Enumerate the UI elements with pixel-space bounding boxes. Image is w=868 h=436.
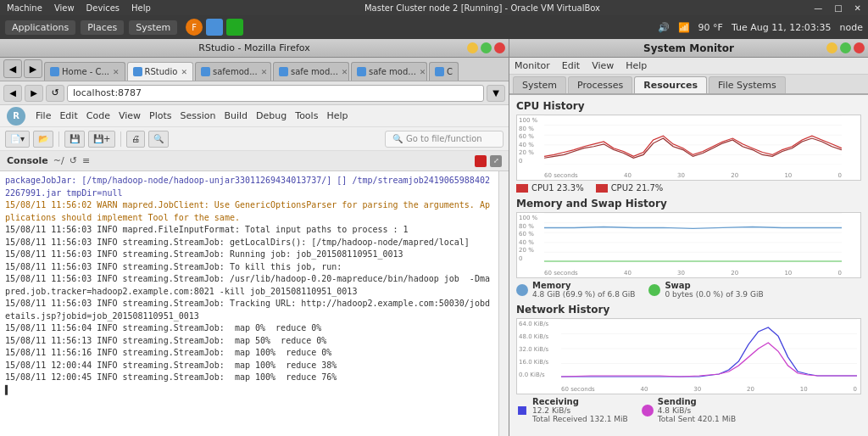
vbox-menubar: Machine View Devices Help Master Cluster…: [0, 0, 868, 15]
console-line: 15/08/11 11:56:03 INFO mapred.FileInputF…: [5, 224, 493, 237]
rstudio-tab-close[interactable]: ✕: [181, 68, 187, 76]
go-to-function[interactable]: 🔍 Go to file/function: [385, 131, 504, 148]
stop-btn[interactable]: [475, 155, 487, 167]
open-file-btn[interactable]: 📂: [33, 131, 53, 148]
rs-session-menu[interactable]: Session: [176, 110, 219, 121]
sysmon-tabs: System Processes Resources File Systems: [509, 75, 868, 95]
rs-tools-menu[interactable]: Tools: [292, 110, 321, 121]
rs-view-menu[interactable]: View: [115, 110, 144, 121]
rs-help-menu[interactable]: Help: [323, 110, 351, 121]
firefox-tabs: ◀ ▶ Home - C... ✕ RStudio ✕ safemod.: [0, 58, 509, 81]
nav-dropdown[interactable]: ▼: [487, 85, 505, 102]
tab-resources[interactable]: Resources: [634, 76, 707, 93]
cpu-chart-svg: [544, 115, 842, 165]
url-bar[interactable]: localhost:8787: [67, 85, 484, 102]
tab-safemod2[interactable]: safe mod... ✕: [273, 62, 349, 81]
memory-dot: [516, 284, 528, 296]
safemod2-tab-close[interactable]: ✕: [342, 68, 348, 76]
nav-back[interactable]: ◀: [3, 85, 22, 102]
rs-build-menu[interactable]: Build: [220, 110, 251, 121]
applications-btn[interactable]: Applications: [5, 20, 75, 35]
network-icon: 📶: [678, 22, 690, 33]
console-line: 15/08/11 11:56:13 INFO streaming.StreamJ…: [5, 335, 493, 348]
receiving-legend: Receiving 12.2 KiB/s Total Received 132.…: [516, 397, 628, 423]
memory-legend: Memory 4.8 GiB (69.9 %) of 6.8 GiB Swap …: [516, 281, 861, 299]
appicon-3[interactable]: [226, 19, 243, 36]
sysmon-titlebar: System Monitor: [509, 39, 868, 58]
ff-minimize[interactable]: [467, 42, 478, 53]
system-btn[interactable]: System: [129, 20, 177, 35]
swap-legend-item: Swap 0 bytes (0.0 %) of 3.9 GiB: [648, 281, 763, 299]
console-line: 15/08/11 12:00:45 INFO streaming.StreamJ…: [5, 372, 493, 384]
tab-system[interactable]: System: [513, 76, 566, 93]
firefox-taskbar-icon[interactable]: F: [186, 19, 203, 36]
toolbar-sep2: [120, 131, 121, 147]
memory-chart-svg: [544, 213, 842, 262]
appicon-2[interactable]: [206, 19, 223, 36]
tab-rstudio[interactable]: RStudio ✕: [127, 62, 193, 81]
cpu2-legend: CPU2 21.7%: [596, 183, 664, 193]
tab-processes[interactable]: Processes: [568, 76, 632, 93]
console-nav-btn[interactable]: ≡: [82, 155, 90, 166]
tab-c[interactable]: C: [429, 62, 459, 81]
back-btn[interactable]: ◀: [3, 59, 22, 78]
sm-view-menu[interactable]: View: [592, 60, 614, 71]
home-tab-icon: [50, 67, 59, 76]
forward-btn[interactable]: ▶: [24, 59, 42, 78]
rstudio-menubar: R File Edit Code View Plots Session Buil…: [0, 105, 509, 127]
expand-console-btn[interactable]: ⤢: [490, 155, 502, 167]
network-chart: 64.0 KiB/s48.0 KiB/s32.0 KiB/s16.0 KiB/s…: [516, 318, 861, 394]
console-line: 15/08/11 11:56:03 INFO streaming.StreamJ…: [5, 261, 493, 274]
nav-forward[interactable]: ▶: [25, 85, 43, 102]
save-btn[interactable]: 💾: [64, 131, 85, 148]
safemod2-tab-icon: [279, 67, 288, 76]
save-all-btn[interactable]: 💾+: [88, 131, 115, 148]
view-menu-item[interactable]: View: [54, 3, 75, 13]
home-tab-close[interactable]: ✕: [113, 68, 120, 76]
sm-monitor-menu[interactable]: Monitor: [515, 60, 550, 71]
sm-edit-menu[interactable]: Edit: [562, 60, 580, 71]
safemod1-tab-close[interactable]: ✕: [261, 68, 268, 76]
console-header: Console ~/ ↺ ≡ ⤢: [0, 151, 509, 171]
sound-icon[interactable]: 🔊: [658, 22, 670, 33]
safemod3-tab-close[interactable]: ✕: [420, 68, 426, 76]
tab-home[interactable]: Home - C... ✕: [44, 62, 125, 81]
close-vbox[interactable]: ✕: [854, 3, 861, 13]
places-btn[interactable]: Places: [81, 20, 124, 35]
cpu-chart: 100 %80 %60 %40 %20 %0: [516, 115, 861, 181]
console-line: packageJobJar: [/tmp/hadoop-node/hadoop-…: [5, 175, 493, 199]
new-file-btn[interactable]: 📄▾: [5, 131, 30, 148]
console-output-area: packageJobJar: [/tmp/hadoop-node/hadoop-…: [0, 171, 509, 436]
memory-info: Memory 4.8 GiB (69.9 %) of 6.8 GiB: [532, 281, 635, 299]
ff-close[interactable]: [494, 42, 505, 53]
ff-maximize[interactable]: [481, 42, 492, 53]
print-btn[interactable]: 🖨: [126, 131, 145, 148]
machine-menu-item[interactable]: Machine: [7, 3, 42, 13]
tab-safemod1[interactable]: safemod... ✕: [195, 62, 271, 81]
rs-code-menu[interactable]: Code: [83, 110, 114, 121]
restore-vbox[interactable]: □: [834, 3, 842, 13]
help-menu-item[interactable]: Help: [131, 3, 151, 13]
swap-info: Swap 0 bytes (0.0 %) of 3.9 GiB: [665, 281, 763, 299]
console-line: 15/08/11 11:56:03 INFO streaming.StreamJ…: [5, 249, 493, 261]
console-line: 15/08/11 11:56:03 INFO streaming.StreamJ…: [5, 273, 493, 298]
console-panel: Console ~/ ↺ ≡ ⤢ packageJobJar: [/tmp/ha…: [0, 151, 509, 436]
find-btn[interactable]: 🔍: [148, 131, 169, 148]
tab-filesystems[interactable]: File Systems: [709, 76, 786, 93]
safemod3-tab-icon: [357, 67, 366, 76]
tab-safemod3[interactable]: safe mod... ✕: [351, 62, 427, 81]
console-clear-btn[interactable]: ↺: [70, 155, 77, 166]
minimize-vbox[interactable]: —: [814, 3, 822, 13]
rs-file-menu[interactable]: File: [32, 110, 54, 121]
sm-minimize[interactable]: [826, 42, 837, 53]
system-monitor: System Monitor Monitor Edit View Help Sy…: [509, 39, 868, 436]
nav-reload[interactable]: ↺: [46, 85, 64, 102]
rs-debug-menu[interactable]: Debug: [253, 110, 290, 121]
rs-edit-menu[interactable]: Edit: [56, 110, 81, 121]
sm-help-menu[interactable]: Help: [626, 60, 647, 71]
devices-menu-item[interactable]: Devices: [86, 3, 120, 13]
rs-plots-menu[interactable]: Plots: [146, 110, 175, 121]
sm-maximize[interactable]: [840, 42, 851, 53]
console-scrollbar[interactable]: [498, 171, 509, 436]
sm-close[interactable]: [854, 42, 865, 53]
